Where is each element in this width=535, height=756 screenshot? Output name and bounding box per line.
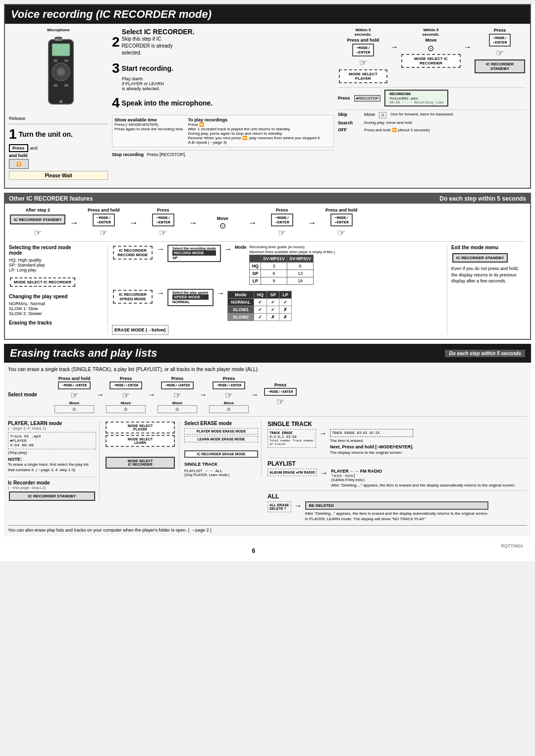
select-record-mode-desc: Selecting the record mode mode HQ: High … xyxy=(9,245,104,272)
after-deleting-all: After "Deleting..." appears, the item is… xyxy=(305,511,488,516)
sp-desc: SP: Standard play xyxy=(9,263,104,268)
mode-select-ic-rec-erase: MODE SELECTIC RECORDER xyxy=(106,457,175,469)
press-hold-label: Press and hold xyxy=(81,208,126,213)
step2-desc3: selected. xyxy=(122,50,142,55)
press-and-hold-area: Press and and hold ⏬ xyxy=(9,144,38,169)
step4-number: 4 xyxy=(112,95,120,111)
search-label: Search xyxy=(338,120,360,125)
mode-select-ic-rec-box: MODE SELECT IC RECORDER xyxy=(10,277,75,287)
record-mode-items: HQ: High quality SP: Standard play LP: L… xyxy=(9,258,104,272)
press-label-2: Press xyxy=(141,208,185,213)
show-time-label: Show available time Press [−MODE/•ENTER]… xyxy=(114,117,184,131)
erase-mode-enter-4: −MODE/•ENTER xyxy=(213,381,245,389)
player-display: Track 01 .mp3 ●PLAYER 4:04 00:00 xyxy=(8,432,96,449)
step1-number: 1 xyxy=(9,126,17,142)
svg-point-3 xyxy=(57,68,65,76)
speed-mode-table: Mode HQ SP LP NORMAL ✓ ✓ xyxy=(227,289,292,321)
svg-point-10 xyxy=(59,100,62,103)
erase-move-3: Move xyxy=(158,401,197,405)
speed-table: Mode HQ SP LP NORMAL ✓ ✓ xyxy=(227,291,292,321)
erase-step1: Press and hold −MODE/•ENTER ☞ Move ⊙ xyxy=(54,376,94,413)
mode-select-player: MODE SELECT PLAYER xyxy=(339,69,387,83)
svg-rect-1 xyxy=(52,44,70,56)
all-erase-display: ALL ERASEDELETE ? xyxy=(268,501,291,512)
erase-scroll-1: ⊙ xyxy=(54,405,94,413)
svg-rect-5 xyxy=(64,59,68,62)
mode-descriptions: Selecting the record mode mode HQ: High … xyxy=(9,245,108,335)
step2-desc: Skip this step if IC RECORDER is already… xyxy=(122,36,195,56)
erase-press-1: Press xyxy=(106,376,146,381)
sublists-note: (Sublists if they exist.) xyxy=(331,478,516,482)
player-learn-mode: PLAYER, LEARN mode (→page 3, 4: step1,2)… xyxy=(8,421,96,473)
model-number: RQTT0601 xyxy=(501,543,529,558)
press-rec-label: Press xyxy=(338,96,350,101)
player-mode-boxes: MODE SELECTPLAYER MODE SELECTLEARN xyxy=(105,422,176,447)
note-label: NOTE: xyxy=(8,457,96,462)
erase-step3: Press −MODE/•ENTER ☞ Move ⊙ xyxy=(158,376,197,413)
voice-middle-col: 2 Select IC RECORDER. Skip this step if … xyxy=(112,28,334,180)
erase-hand-5: ☞ xyxy=(261,396,300,407)
page-footer: 6 RQTT0601 xyxy=(0,540,535,561)
step4-title: Speak into the microphone. xyxy=(122,99,213,107)
show-time-text: Show available time xyxy=(114,117,184,122)
step1-press-btn[interactable]: Press xyxy=(9,144,28,152)
voice-top-row: Microphone xyxy=(9,28,526,180)
voice-title: Voice recording (IC RECORDER mode) xyxy=(5,5,530,24)
erase-step5: Press −MODE/•ENTER ☞ xyxy=(261,382,300,407)
step4-area: 4 Speak into the microphone. xyxy=(112,95,334,111)
erase-press-hold: Press and hold xyxy=(54,376,94,381)
hand-icon-3: ☞ xyxy=(9,227,66,238)
learn-erase-box: LEARN MODE ERASE MODE xyxy=(184,436,258,442)
off-desc: Press and hold ⏩ (About 3 seconds) xyxy=(364,128,430,132)
skip-scroll: ⊙ xyxy=(379,112,386,118)
erase-content: You can erase a single track (SINGLE TRA… xyxy=(4,363,531,537)
ic-record-mode-box: IC RECORDERRECORD MODE xyxy=(113,246,153,260)
single-track-result-panel: TRACK ERASE 03:01 02:25 The item is eras… xyxy=(330,429,413,455)
mode-label-hq: Mode xyxy=(235,245,247,250)
erase-arrow-2: → xyxy=(148,390,156,399)
voice-title-text: Voice recording (IC RECORDER mode) xyxy=(11,8,212,20)
erase-mode-box: ERASE MODE (→below) xyxy=(112,325,168,335)
page-number: 6 xyxy=(252,547,255,554)
rec-time-table: SV-MP21V SV-MP31V HQ 3 6 xyxy=(249,255,314,285)
arrow-9: → xyxy=(224,245,232,254)
erase-press-3: Press xyxy=(209,376,249,381)
voice-content: Microphone xyxy=(5,24,530,188)
hand-icon-7: ☞ xyxy=(319,227,364,238)
microphone-label: Microphone xyxy=(47,28,69,32)
erase-scroll-3: ⊙ xyxy=(158,405,197,413)
erase-desc: You can erase a single track (SINGLE TRA… xyxy=(8,367,527,372)
do-each-step: Do each step within 5 seconds xyxy=(439,195,526,202)
rec-time-guide-label: Recording time guide (in hours) xyxy=(249,245,335,249)
press-label-1: Press xyxy=(474,28,526,33)
single-track-title: SINGLE TRACK xyxy=(268,421,527,428)
arrow-8: → xyxy=(157,245,164,254)
ic-standby-erase: IC RECORDER STANDBY xyxy=(9,491,95,501)
erase-press-4: Press xyxy=(261,382,300,387)
hand-icon-5: ☞ xyxy=(141,227,185,238)
erase-mode-row: ERASE MODE (→below) xyxy=(112,325,443,335)
player-erase-box: PLAYER MODE ERASE MODE xyxy=(184,428,258,434)
ic-recorder-standby: IC RECORDER STANDBY xyxy=(475,59,525,73)
search-desc: During play, move and hold xyxy=(364,120,412,125)
step2-area: 2 Select IC RECORDER. Skip this step if … xyxy=(112,28,334,56)
device-illustration: HOLD xyxy=(36,35,81,114)
play-speed-desc: Changing the play speed NORMAL: Normal S… xyxy=(9,294,104,316)
after-step2-label: After step 2 xyxy=(9,208,66,213)
mode-select-ic-recorder: MODE SELECT IC RECORDER xyxy=(401,54,461,68)
arrow-4: → xyxy=(129,218,138,228)
track-erase-display: TRACK ERASE 0:4·0,1 03:50 Total number T… xyxy=(268,429,316,448)
ic-recorder-box-erase: MODE SELECTIC RECORDER xyxy=(105,457,176,469)
be-deleted-box: BE DELETED xyxy=(305,501,488,510)
erase-col-select: MODE SELECTPLAYER MODE SELECTLEARN MODE … xyxy=(103,421,179,470)
mode-enter-3: −MODE/•ENTER xyxy=(152,214,174,226)
erasing-tracks-area: Erasing the tracks xyxy=(9,320,104,325)
only-player-note: (Only PLAYER, Learn mode.) xyxy=(184,473,258,477)
exit-mode-title: Exit the mode menu xyxy=(451,245,526,250)
erase-scroll-2: ⊙ xyxy=(106,405,146,413)
within5-label2: Within 5seconds. xyxy=(400,28,462,37)
svg-rect-7 xyxy=(64,84,68,87)
erase-scroll-4: ⊙ xyxy=(209,405,249,413)
in-player-learn-note: In PLAYER, LEARN mode: The display will … xyxy=(305,517,488,521)
press-col-2: Press −MODE/•ENTER ☞ xyxy=(260,208,304,238)
